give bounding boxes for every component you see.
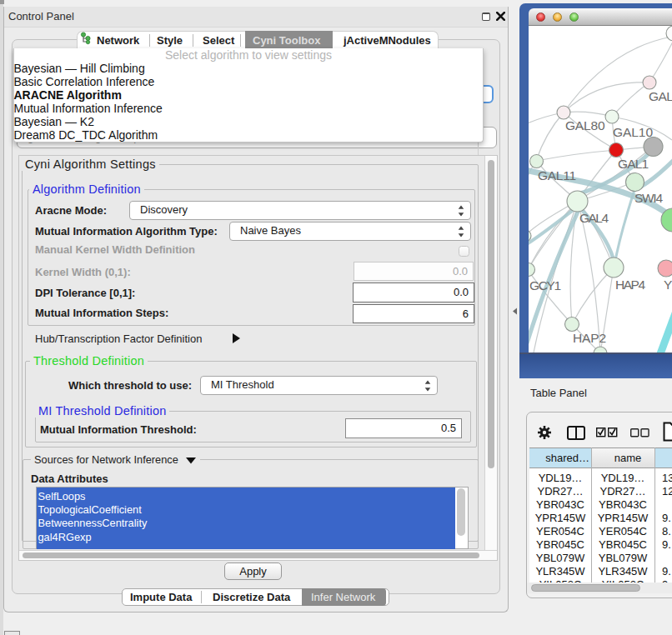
- svg-text:HAP2: HAP2: [573, 331, 606, 345]
- svg-text:GAL11: GAL11: [538, 168, 576, 182]
- svg-text:GAL1: GAL1: [618, 157, 649, 171]
- svg-text:HAP4: HAP4: [615, 278, 645, 292]
- svg-text:GAL7: GAL7: [649, 89, 672, 103]
- svg-text:GAL10: GAL10: [613, 125, 653, 139]
- svg-text:YM: YM: [664, 278, 672, 292]
- svg-text:GAL80: GAL80: [565, 118, 605, 132]
- svg-text:SWI4: SWI4: [634, 191, 663, 205]
- svg-text:GAL4: GAL4: [579, 211, 609, 225]
- svg-text:GCY1: GCY1: [529, 278, 561, 292]
